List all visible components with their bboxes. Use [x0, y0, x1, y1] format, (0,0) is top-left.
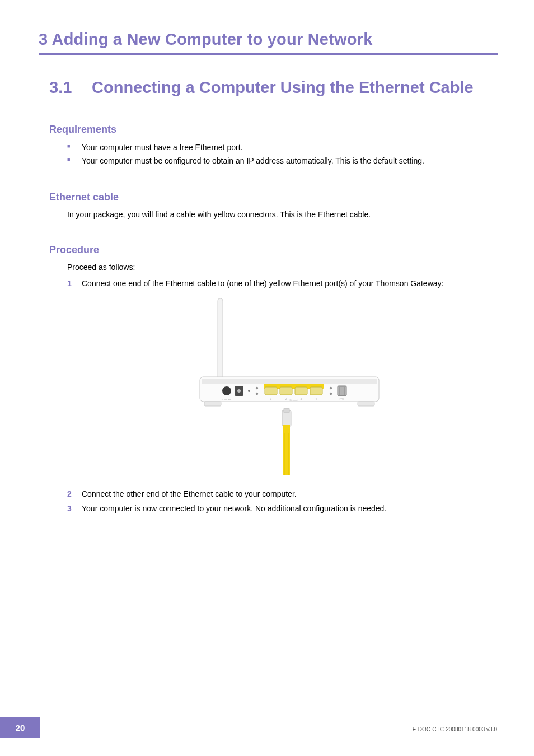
svg-rect-2 [202, 379, 377, 384]
svg-point-23 [330, 393, 332, 395]
chapter-title-text: Adding a New Computer to your Network [52, 30, 373, 48]
chapter-title: 3 Adding a New Computer to your Network [39, 30, 498, 49]
step-number: 3 [67, 502, 72, 516]
svg-point-8 [248, 390, 250, 392]
section-title: Connecting a Computer Using the Ethernet… [92, 78, 474, 96]
procedure-intro: Proceed as follows: [67, 262, 497, 274]
list-item: Your computer must be configured to obta… [67, 155, 497, 168]
svg-point-9 [256, 387, 258, 389]
svg-text:Ethernet: Ethernet [289, 399, 298, 402]
step-text: Connect the other end of the Ethernet ca… [82, 489, 297, 498]
router-illustration-icon: ON/OFF 1 2 Ethernet 3 4 [194, 298, 385, 478]
svg-rect-15 [310, 387, 322, 395]
step-item: 1 Connect one end of the Ethernet cable … [67, 277, 497, 478]
procedure-section: Procedure Proceed as follows: 1 Connect … [49, 244, 497, 515]
chapter-header: 3 Adding a New Computer to your Network [39, 30, 498, 55]
svg-point-22 [330, 387, 332, 389]
svg-rect-14 [295, 387, 307, 395]
page-number-badge: 20 [0, 717, 40, 738]
step-item: 2 Connect the other end of the Ethernet … [67, 488, 497, 501]
list-item: Your computer must have a free Ethernet … [67, 141, 497, 155]
svg-text:1: 1 [270, 397, 272, 400]
svg-rect-33 [283, 425, 290, 433]
svg-point-7 [237, 389, 241, 393]
step-text: Connect one end of the Ethernet cable to… [82, 279, 443, 288]
svg-text:ON/OFF: ON/OFF [222, 398, 231, 401]
chapter-number: 3 [39, 30, 48, 48]
step-text: Your computer is now connected to your n… [82, 504, 386, 513]
svg-rect-13 [280, 387, 292, 395]
svg-rect-12 [265, 387, 277, 395]
svg-text:3: 3 [301, 397, 302, 400]
ethernet-cable-text: In your package, you will find a cable w… [67, 209, 497, 221]
svg-point-5 [222, 386, 231, 395]
page-content: 3.1 Connecting a Computer Using the Ethe… [49, 78, 497, 539]
ethernet-cable-heading: Ethernet cable [49, 192, 497, 203]
svg-rect-32 [284, 408, 289, 413]
step-item: 3 Your computer is now connected to your… [67, 502, 497, 516]
procedure-steps: 1 Connect one end of the Ethernet cable … [67, 277, 497, 515]
section-heading: 3.1 Connecting a Computer Using the Ethe… [49, 78, 497, 97]
svg-text:DSL: DSL [340, 398, 345, 401]
ethernet-cable-section: Ethernet cable In your package, you will… [49, 192, 497, 221]
document-id: E-DOC-CTC-20080118-0003 v3.0 [413, 726, 497, 732]
svg-rect-0 [218, 298, 223, 385]
requirements-heading: Requirements [49, 124, 497, 136]
requirements-list: Your computer must have a free Ethernet … [67, 141, 497, 168]
requirements-section: Requirements Your computer must have a f… [49, 124, 497, 168]
requirement-text: Your computer must have a free Ethernet … [82, 143, 242, 152]
section-number: 3.1 [49, 78, 87, 97]
router-figure: ON/OFF 1 2 Ethernet 3 4 [82, 298, 497, 478]
svg-text:4: 4 [316, 397, 317, 400]
svg-text:2: 2 [285, 397, 287, 400]
page-number: 20 [16, 723, 25, 732]
procedure-heading: Procedure [49, 244, 497, 256]
step-number: 2 [67, 488, 72, 501]
svg-point-10 [256, 393, 258, 395]
svg-rect-4 [358, 402, 374, 406]
step-number: 1 [67, 277, 72, 291]
svg-rect-3 [204, 402, 221, 406]
requirement-text: Your computer must be configured to obta… [82, 156, 424, 165]
